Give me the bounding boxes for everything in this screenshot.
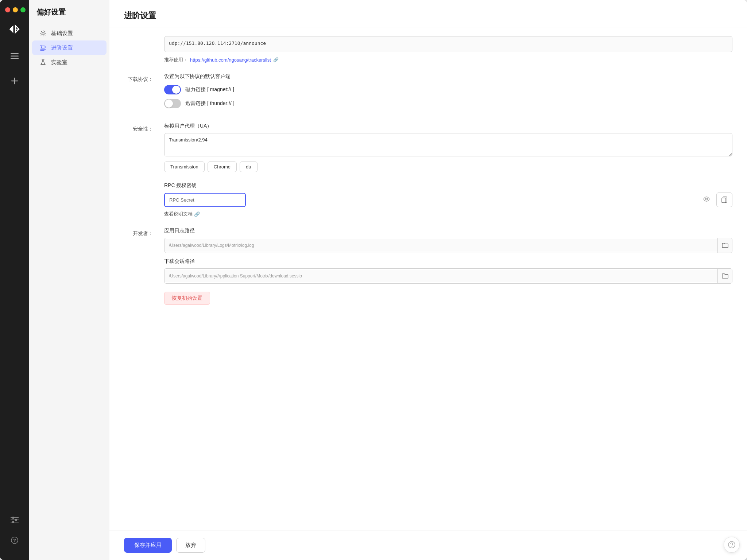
minimize-button[interactable] xyxy=(13,7,18,12)
session-path-row xyxy=(164,268,732,284)
page-title: 进阶设置 xyxy=(124,10,732,21)
transmission-preset-button[interactable]: Transmission xyxy=(164,162,205,172)
main-content: 进阶设置 udp://151.80.120.114:2710/announce … xyxy=(109,0,747,560)
magnet-toggle-knob xyxy=(172,86,180,94)
recommend-prefix: 推荐使用： xyxy=(164,57,188,63)
rpc-form-label xyxy=(124,182,153,185)
sidebar-left: ? xyxy=(0,0,29,560)
link-icon: 🔗 xyxy=(273,57,279,62)
magnet-toggle[interactable] xyxy=(164,85,181,94)
tracker-label xyxy=(124,36,153,39)
developer-section: 开发者： 应用日志路径 下载会话路径 xyxy=(124,228,732,305)
floating-action-button[interactable] xyxy=(724,537,740,553)
svg-rect-2 xyxy=(11,56,19,57)
svg-point-11 xyxy=(12,521,14,523)
session-path-input[interactable] xyxy=(165,270,717,282)
cancel-button[interactable]: 放弃 xyxy=(176,538,205,553)
svg-point-9 xyxy=(15,519,17,521)
app-logo xyxy=(7,21,23,37)
nav-panel: 偏好设置 基础设置 进阶设置 xyxy=(29,0,109,560)
protocol-content: 设置为以下协议的默认客户端 磁力链接 [ magnet:// ] 迅雷链接 [ … xyxy=(164,73,732,113)
du-preset-button[interactable]: du xyxy=(240,162,257,172)
svg-point-21 xyxy=(731,547,732,547)
sidebar-item-lab[interactable]: 实验室 xyxy=(32,55,107,70)
security-section: 安全性： 模拟用户代理（UA） Transmission/2.94 Transm… xyxy=(124,123,732,172)
ua-textarea[interactable]: Transmission/2.94 xyxy=(164,133,732,156)
preset-buttons: Transmission Chrome du xyxy=(164,162,732,172)
advanced-settings-label: 进阶设置 xyxy=(51,44,73,51)
thunder-toggle-knob xyxy=(165,100,173,108)
log-folder-button[interactable] xyxy=(717,238,732,253)
svg-rect-19 xyxy=(722,198,726,203)
close-button[interactable] xyxy=(5,7,10,12)
ua-label: 模拟用户代理（UA） xyxy=(164,123,732,129)
thunder-toggle[interactable] xyxy=(164,99,181,108)
save-apply-button[interactable]: 保存并应用 xyxy=(124,538,172,553)
thunder-label: 迅雷链接 [ thunder:// ] xyxy=(185,100,235,107)
svg-point-18 xyxy=(706,198,708,200)
developer-content: 应用日志路径 下载会话路径 xyxy=(164,228,732,305)
advanced-settings-icon xyxy=(39,44,47,51)
menu-icon-button[interactable] xyxy=(7,48,23,64)
doc-link-icon: 🔗 xyxy=(194,211,200,217)
nav-title: 偏好设置 xyxy=(29,7,109,26)
reset-button[interactable]: 恢复初始设置 xyxy=(164,292,210,305)
maximize-button[interactable] xyxy=(20,7,26,12)
sidebar-item-advanced[interactable]: 进阶设置 xyxy=(32,40,107,55)
svg-rect-1 xyxy=(11,53,19,54)
rpc-secret-input[interactable] xyxy=(164,193,246,207)
rpc-eye-button[interactable] xyxy=(703,197,710,203)
content-footer: 保存并应用 放弃 xyxy=(109,530,747,560)
sidebar-icons xyxy=(7,48,23,513)
basic-settings-label: 基础设置 xyxy=(51,30,73,37)
log-path-label: 应用日志路径 xyxy=(164,228,732,234)
rpc-input-row xyxy=(164,192,732,207)
add-button[interactable] xyxy=(7,73,23,89)
rpc-content: RPC 授权密钥 xyxy=(164,182,732,217)
developer-label: 开发者： xyxy=(124,228,153,237)
lab-icon xyxy=(39,59,47,66)
session-folder-button[interactable] xyxy=(717,269,732,283)
log-path-row xyxy=(164,238,732,253)
tracker-input[interactable]: udp://151.80.120.114:2710/announce xyxy=(164,36,732,52)
chrome-preset-button[interactable]: Chrome xyxy=(208,162,237,172)
log-path-input[interactable] xyxy=(165,239,717,252)
tracker-section: udp://151.80.120.114:2710/announce 推荐使用：… xyxy=(124,36,732,63)
rpc-input-wrapper xyxy=(164,193,713,207)
svg-point-14 xyxy=(42,32,44,34)
tracker-content: udp://151.80.120.114:2710/announce 推荐使用：… xyxy=(164,36,732,63)
help-button[interactable]: ? xyxy=(8,534,21,547)
sidebar-item-basic[interactable]: 基础设置 xyxy=(32,26,107,40)
security-label: 安全性： xyxy=(124,123,153,132)
protocol-description: 设置为以下协议的默认客户端 xyxy=(164,73,732,80)
basic-settings-icon xyxy=(39,30,47,37)
doc-link-row: 查看说明文档 🔗 xyxy=(164,211,732,217)
protocol-label: 下载协议： xyxy=(124,73,153,83)
svg-text:?: ? xyxy=(13,538,16,543)
session-path-label: 下载会话路径 xyxy=(164,258,732,265)
settings-sliders-button[interactable] xyxy=(8,513,21,526)
content-header: 进阶设置 xyxy=(109,0,747,27)
doc-link[interactable]: 查看说明文档 xyxy=(164,211,193,217)
content-body: udp://151.80.120.114:2710/announce 推荐使用：… xyxy=(109,27,747,530)
sidebar-bottom: ? xyxy=(8,513,21,553)
traffic-lights xyxy=(0,7,26,12)
magnet-label: 磁力链接 [ magnet:// ] xyxy=(185,86,234,93)
thunder-toggle-row: 迅雷链接 [ thunder:// ] xyxy=(164,99,732,108)
security-content: 模拟用户代理（UA） Transmission/2.94 Transmissio… xyxy=(164,123,732,172)
rpc-copy-button[interactable] xyxy=(716,192,732,207)
rpc-section: RPC 授权密钥 xyxy=(124,182,732,217)
lab-label: 实验室 xyxy=(51,59,67,66)
magnet-toggle-row: 磁力链接 [ magnet:// ] xyxy=(164,85,732,94)
svg-point-20 xyxy=(728,541,735,548)
svg-rect-3 xyxy=(11,58,19,59)
protocol-section: 下载协议： 设置为以下协议的默认客户端 磁力链接 [ magnet:// ] 迅… xyxy=(124,73,732,113)
trackerlist-link[interactable]: https://github.com/ngosang/trackerslist xyxy=(190,57,271,63)
svg-point-7 xyxy=(12,517,14,519)
rpc-label: RPC 授权密钥 xyxy=(164,182,732,189)
recommend-link-row: 推荐使用： https://github.com/ngosang/tracker… xyxy=(164,57,732,63)
